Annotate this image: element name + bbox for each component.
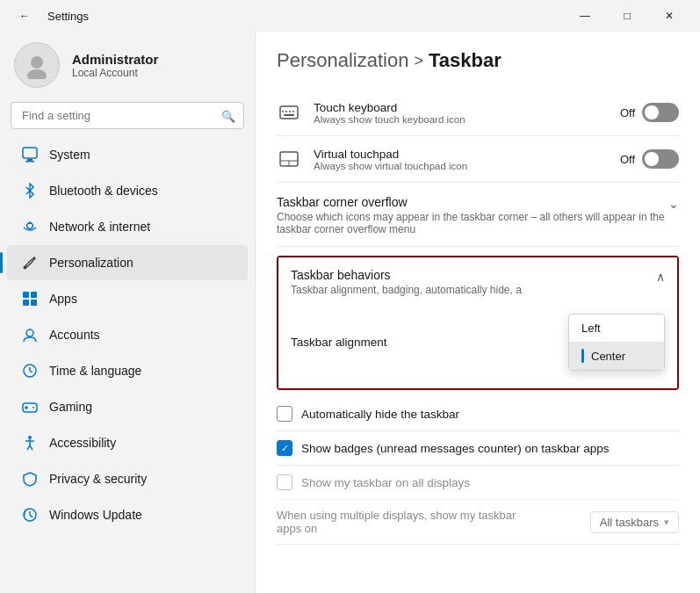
auto-hide-label: Automatically hide the taskbar [301,408,459,421]
sidebar-item-label-apps: Apps [49,292,77,306]
taskbar-corner-overflow-chevron: ⌄ [668,197,679,211]
app-body: Administrator Local Account 🔍 System Blu… [0,32,700,593]
svg-point-5 [24,266,27,270]
sidebar-item-label-gaming: Gaming [49,400,92,414]
bluetooth-icon [21,182,39,199]
brush-icon [21,254,39,271]
sidebar-item-apps[interactable]: Apps [7,281,248,316]
svg-point-0 [31,56,43,69]
svg-rect-6 [23,292,29,298]
window-controls: — □ ✕ [565,0,689,32]
sidebar-item-personalization[interactable]: Personalization [7,245,248,280]
show-all-displays-label: Show my taskbar on all displays [301,476,470,489]
touch-keyboard-row: Touch keyboard Always show touch keyboar… [277,90,679,136]
taskbar-corner-overflow-section[interactable]: Taskbar corner overflow Choose which ico… [277,183,679,247]
user-section[interactable]: Administrator Local Account [0,32,255,102]
maximize-button[interactable]: □ [607,0,647,32]
touch-keyboard-text: Touch keyboard Always show touch keyboar… [314,101,465,125]
touch-keyboard-toggle-thumb [645,105,659,119]
show-badges-checkbox[interactable] [277,440,292,456]
user-info: Administrator Local Account [72,52,158,79]
taskbar-corner-overflow-subtitle: Choose which icons may appear in the tas… [277,211,668,235]
taskbar-corner-overflow-text: Taskbar corner overflow Choose which ico… [277,195,668,235]
breadcrumb-current: Taskbar [429,49,502,72]
search-box: 🔍 [11,102,244,129]
multiple-displays-dropdown-arrow: ▾ [664,517,669,528]
virtual-touchpad-control: Off [620,149,679,169]
taskbar-corner-overflow-title: Taskbar corner overflow [277,195,668,209]
minimize-button[interactable]: — [565,0,605,32]
sidebar-item-label-system: System [49,148,90,162]
taskbar-behaviors-text: Taskbar behaviors Taskbar alignment, bad… [291,268,656,296]
svg-rect-9 [31,300,37,306]
auto-hide-row: Automatically hide the taskbar [277,397,679,431]
svg-point-10 [26,329,33,336]
virtual-touchpad-toggle[interactable] [642,149,679,169]
sidebar-item-accounts[interactable]: Accounts [7,317,248,352]
svg-rect-8 [23,300,29,306]
multiple-displays-text: When using multiple displays, show my ta… [277,509,540,535]
taskbar-behaviors-section: Taskbar behaviors Taskbar alignment, bad… [277,256,679,390]
taskbar-behaviors-subtitle: Taskbar alignment, badging, automaticall… [291,284,656,296]
svg-point-15 [32,407,34,409]
touch-keyboard-toggle[interactable] [642,103,679,122]
sidebar-item-bluetooth[interactable]: Bluetooth & devices [7,173,248,208]
sidebar-item-label-windowsupdate: Windows Update [49,508,142,522]
sidebar-item-system[interactable]: System [7,137,248,172]
taskbar-alignment-label: Taskbar alignment [291,336,387,349]
svg-rect-2 [23,148,37,158]
sidebar-item-label-personalization: Personalization [49,256,134,270]
sidebar-item-label-accounts: Accounts [49,328,100,342]
dropdown-item-left[interactable]: Left [569,315,664,342]
user-role: Local Account [72,67,158,79]
multiple-displays-row: When using multiple displays, show my ta… [277,500,679,545]
multiple-displays-dropdown: All taskbars ▾ [590,511,679,533]
taskbar-behaviors-title: Taskbar behaviors [291,268,656,282]
svg-rect-7 [31,292,37,298]
back-icon: ← [19,10,30,22]
svg-rect-3 [27,159,32,161]
close-icon: ✕ [665,10,674,22]
title-bar: ← Settings — □ ✕ [0,0,700,32]
breadcrumb: Personalization > Taskbar [277,49,679,72]
virtual-touchpad-toggle-label: Off [620,153,635,166]
user-name: Administrator [72,52,158,67]
sidebar-item-privacy[interactable]: Privacy & security [7,461,248,496]
touch-keyboard-control: Off [620,103,679,122]
taskbar-alignment-dropdown[interactable]: Left Center [568,314,665,371]
taskbar-behaviors-body: Taskbar alignment Left Center [278,307,677,388]
back-button[interactable]: ← [11,0,39,32]
breadcrumb-separator: > [414,52,423,70]
auto-hide-checkbox[interactable] [277,406,292,422]
sidebar-item-gaming[interactable]: Gaming [7,389,248,424]
taskbar-behaviors-header[interactable]: Taskbar behaviors Taskbar alignment, bad… [278,257,677,307]
system-icon [21,146,39,163]
dropdown-item-center[interactable]: Center [569,342,664,370]
sidebar-item-windowsupdate[interactable]: Windows Update [7,497,248,532]
apps-icon [21,290,39,307]
show-all-displays-checkbox [277,474,292,490]
update-icon [21,506,39,524]
user-avatar-icon [23,51,51,79]
gaming-icon [21,398,39,416]
multiple-displays-dropdown-value: All taskbars [600,516,659,529]
touch-keyboard-title: Touch keyboard [314,101,465,114]
close-button[interactable]: ✕ [649,0,689,32]
svg-line-19 [27,445,30,450]
privacy-icon [21,470,39,488]
virtual-touchpad-text: Virtual touchpad Always show virtual tou… [314,148,467,171]
avatar [14,42,60,88]
search-input[interactable] [11,102,244,129]
svg-line-20 [30,445,32,450]
sidebar: Administrator Local Account 🔍 System Blu… [0,32,255,593]
touch-keyboard-subtitle: Always show touch keyboard icon [314,114,465,125]
virtual-touchpad-subtitle: Always show virtual touchpad icon [314,161,467,171]
dropdown-item-center-label: Center [591,350,625,363]
show-badges-label: Show badges (unread messages counter) on… [301,442,609,455]
sidebar-item-accessibility[interactable]: Accessibility [7,425,248,460]
main-content: Personalization > Taskbar Touch keyboard… [255,32,700,593]
taskbar-behaviors-chevron: ∧ [656,270,665,284]
sidebar-item-network[interactable]: Network & internet [7,209,248,244]
maximize-icon: □ [624,10,630,22]
sidebar-item-time[interactable]: Time & language [7,353,248,388]
